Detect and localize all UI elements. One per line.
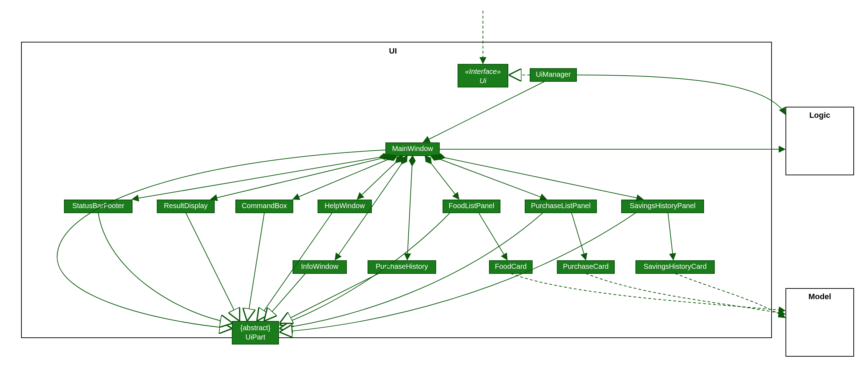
- class-ui-manager: UiManager: [530, 69, 577, 81]
- class-savings-history-card: SavingsHistoryCard: [636, 261, 714, 273]
- class-info-window-label: InfoWindow: [301, 262, 339, 270]
- edge-foodlistpanel-foodcard: [479, 213, 507, 260]
- edge-mw-foodlistpanel: [425, 156, 459, 199]
- class-info-window: InfoWindow: [293, 261, 346, 273]
- edge-purchasehistory-uipart: [280, 273, 379, 323]
- class-purchase-list-panel-label: PurchaseListPanel: [531, 202, 591, 210]
- uml-class-diagram: UI Logic Model «Interface» Ui UiManager …: [0, 0, 868, 367]
- class-ui-interface: «Interface» Ui: [458, 64, 508, 87]
- edge-uimanager-to-logic: [577, 75, 785, 114]
- class-purchase-list-panel: PurchaseListPanel: [525, 200, 597, 213]
- class-command-box-label: CommandBox: [242, 202, 287, 210]
- class-command-box: CommandBox: [236, 200, 293, 213]
- class-main-window: MainWindow: [386, 143, 439, 156]
- edge-mw-savingshistorypanel: [435, 156, 643, 199]
- class-result-display: ResultDisplay: [157, 200, 214, 213]
- class-purchase-history: PurchaseHistory: [368, 261, 436, 273]
- edge-resultdisplay-uipart: [186, 213, 239, 321]
- class-status-bar-footer: StatusBarFooter: [64, 200, 132, 213]
- package-ui-label: UI: [389, 46, 397, 55]
- class-savings-history-panel-label: SavingsHistoryPanel: [630, 202, 696, 210]
- edge-purchaselistpanel-purchasecard: [572, 213, 586, 260]
- edge-savingshistorypanel-card: [668, 213, 673, 260]
- class-ui-part: {abstract} UiPart: [232, 321, 279, 344]
- class-purchase-card: PurchaseCard: [557, 261, 614, 273]
- edge-statusbarfooter-uipart: [98, 213, 232, 323]
- class-main-window-label: MainWindow: [392, 145, 433, 152]
- edge-mw-purchasehistory: [407, 156, 413, 260]
- class-purchase-card-label: PurchaseCard: [563, 262, 609, 270]
- class-food-card-label: FoodCard: [495, 262, 527, 270]
- edge-foodcard-model: [511, 273, 785, 311]
- edge-commandbox-uipart: [247, 213, 264, 321]
- class-savings-history-panel: SavingsHistoryPanel: [622, 200, 704, 213]
- class-ui-interface-name: Ui: [480, 77, 487, 85]
- edge-uimanager-to-mainwindow: [423, 81, 545, 142]
- edge-mw-purchaselistpanel: [430, 156, 547, 199]
- class-ui-manager-label: UiManager: [536, 70, 571, 78]
- edge-mw-resultdisplay: [211, 156, 393, 199]
- class-savings-history-card-label: SavingsHistoryCard: [644, 262, 707, 270]
- class-help-window-label: HelpWindow: [325, 202, 365, 210]
- class-ui-part-stereotype: {abstract}: [240, 324, 271, 332]
- class-food-card: FoodCard: [489, 261, 532, 273]
- edge-mw-helpwindow: [357, 156, 403, 199]
- package-logic-label: Logic: [809, 111, 830, 120]
- class-food-list-panel-label: FoodListPanel: [449, 202, 494, 210]
- class-food-list-panel: FoodListPanel: [443, 200, 500, 213]
- class-ui-part-name: UiPart: [245, 333, 265, 341]
- package-model-label: Model: [808, 292, 831, 301]
- class-ui-interface-stereotype: «Interface»: [465, 67, 501, 75]
- class-help-window: HelpWindow: [318, 200, 371, 213]
- class-result-display-label: ResultDisplay: [164, 202, 208, 210]
